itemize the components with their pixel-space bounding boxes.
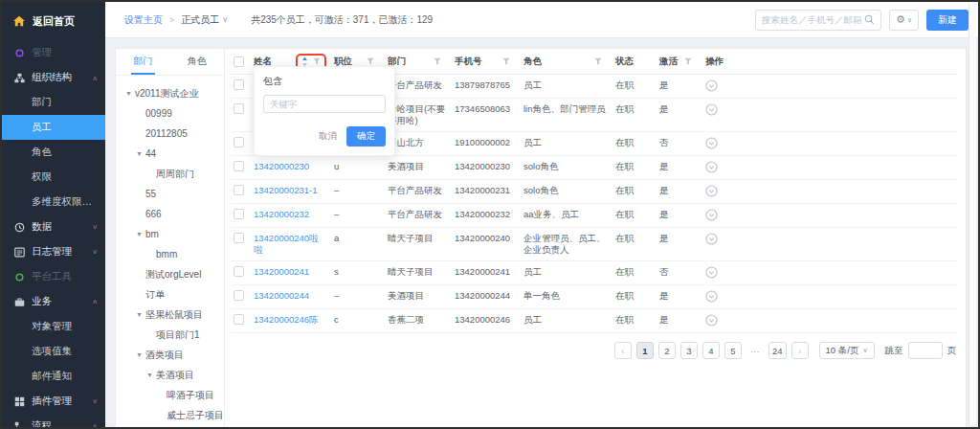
row-checkbox[interactable] — [234, 314, 244, 325]
tree-node[interactable]: 666 — [116, 204, 224, 224]
employee-name-link[interactable]: 13420000231-1 — [254, 185, 334, 196]
row-checkbox[interactable] — [234, 103, 244, 114]
tree-node[interactable]: ▼v2011测试企业 — [116, 83, 224, 103]
sidebar-item[interactable]: 平台工具 — [2, 264, 105, 289]
filter-icon[interactable] — [684, 57, 692, 65]
row-actions-button[interactable] — [705, 233, 958, 245]
row-checkbox[interactable] — [234, 209, 244, 219]
tree-node[interactable]: bmm — [116, 244, 224, 264]
tree-node[interactable]: ▼坚果松鼠项目 — [116, 305, 224, 325]
sidebar-item[interactable]: 员工 — [2, 115, 105, 140]
sidebar-item[interactable]: 管理 — [2, 40, 105, 65]
sidebar-item[interactable]: 对象管理 — [2, 314, 105, 339]
filter-icon[interactable] — [313, 57, 321, 65]
employee-name-link[interactable]: 13420000230 — [254, 161, 334, 172]
filter-icon[interactable] — [434, 57, 441, 65]
tree-node[interactable]: 威士忌子项目 — [116, 405, 224, 425]
tree-node[interactable]: 00999 — [116, 103, 224, 124]
row-actions-button[interactable] — [705, 314, 958, 327]
caret-down-icon[interactable]: ▼ — [136, 231, 145, 237]
sidebar-item[interactable]: 角色 — [2, 140, 105, 165]
caret-down-icon[interactable]: ▼ — [136, 311, 145, 318]
caret-down-icon[interactable]: ▼ — [136, 150, 145, 157]
caret-down-icon[interactable]: ▼ — [146, 372, 156, 378]
tree-node[interactable]: ▼bm — [116, 224, 224, 244]
filter-cancel-button[interactable]: 取消 — [319, 130, 337, 143]
tree-node[interactable]: ▼美酒项目 — [116, 365, 224, 385]
row-checkbox[interactable] — [234, 233, 244, 243]
filter-icon[interactable] — [594, 57, 602, 65]
page-button[interactable]: 4 — [702, 342, 720, 359]
page-button[interactable]: 1 — [636, 342, 654, 359]
employee-name-link[interactable]: 13420000240啦啦 — [254, 233, 334, 256]
breadcrumb-caret-icon[interactable]: ∨ — [222, 15, 228, 24]
row-actions-button[interactable] — [705, 137, 958, 149]
tree-tab[interactable]: 部门 — [116, 49, 170, 75]
row-checkbox[interactable] — [234, 185, 244, 195]
filter-keyword-input[interactable] — [263, 95, 386, 113]
row-actions-button[interactable] — [705, 266, 958, 279]
row-actions-button[interactable] — [705, 161, 958, 173]
row-actions-button[interactable] — [705, 79, 958, 92]
sidebar-item[interactable]: 多维度权限管理 — [2, 190, 105, 214]
page-button[interactable]: 3 — [680, 342, 698, 359]
row-actions-button[interactable] — [705, 209, 958, 221]
tree-node[interactable]: 啤酒子项目 — [116, 385, 224, 405]
tree-node[interactable]: 55 — [116, 184, 224, 204]
sidebar-item[interactable]: 权限 — [2, 165, 105, 190]
sidebar-home-link[interactable]: 返回首页 — [2, 2, 105, 40]
tree-node[interactable]: 项目部门1 — [116, 325, 224, 345]
filter-icon[interactable] — [367, 57, 374, 65]
filter-popup-footer: 取消 确定 — [263, 126, 386, 147]
sidebar-item[interactable]: 部门 — [2, 90, 105, 115]
jump-page-input[interactable] — [908, 342, 943, 359]
row-actions-button[interactable] — [705, 185, 958, 197]
prev-page-button[interactable]: ‹ — [614, 342, 632, 359]
search-input[interactable] — [762, 14, 864, 25]
sidebar-item[interactable]: 邮件通知 — [2, 364, 105, 389]
breadcrumb-current[interactable]: 正式员工 — [181, 13, 219, 27]
employee-name-link[interactable]: 13420000244 — [254, 290, 334, 302]
sidebar-item[interactable]: 流程∧ — [2, 414, 105, 429]
next-page-button[interactable]: › — [791, 342, 809, 359]
employee-name-link[interactable]: 13420000246陈 — [254, 314, 334, 326]
tree-node[interactable]: 20112805 — [116, 124, 224, 144]
scrollbar-track[interactable] — [969, 4, 976, 425]
tree-node[interactable]: ▼酒类项目 — [116, 345, 224, 365]
row-checkbox[interactable] — [234, 137, 244, 147]
page-button[interactable]: 24 — [768, 342, 787, 359]
tree-node[interactable]: 周周部门 — [116, 164, 224, 184]
page-size-select[interactable]: 10 条/页∨ — [819, 342, 875, 359]
settings-dropdown-button[interactable]: ⚙∨ — [889, 10, 919, 31]
sidebar-item[interactable]: 组织结构∧ — [2, 65, 105, 90]
tree-node[interactable]: 测试orgLevel — [116, 264, 224, 284]
search-icon[interactable] — [864, 14, 875, 25]
breadcrumb-link[interactable]: 设置主页 — [124, 13, 163, 27]
page-button[interactable]: 5 — [724, 342, 742, 359]
row-checkbox[interactable] — [234, 79, 244, 90]
sort-icon[interactable] — [301, 56, 308, 67]
employee-name-link[interactable]: 13420000241 — [254, 266, 334, 278]
select-all-checkbox[interactable] — [234, 56, 244, 67]
filter-icon[interactable] — [502, 57, 510, 65]
filter-confirm-button[interactable]: 确定 — [346, 126, 386, 147]
page-button[interactable]: 2 — [658, 342, 676, 359]
row-checkbox[interactable] — [234, 161, 244, 171]
sidebar-item[interactable]: 业务∧ — [2, 289, 105, 314]
new-button[interactable]: 新建 — [926, 10, 969, 31]
sidebar-item[interactable]: 插件管理∨ — [2, 389, 105, 414]
tree-node[interactable]: ▼品牌酒项目 — [116, 425, 224, 427]
row-checkbox[interactable] — [234, 290, 244, 301]
row-actions-button[interactable] — [705, 103, 958, 116]
caret-down-icon[interactable]: ▼ — [125, 90, 135, 97]
caret-down-icon[interactable]: ▼ — [136, 351, 145, 358]
row-actions-button[interactable] — [705, 290, 958, 303]
tree-tab[interactable]: 角色 — [170, 49, 225, 75]
row-checkbox[interactable] — [234, 266, 244, 277]
sidebar-item[interactable]: 数据∨ — [2, 214, 105, 239]
employee-name-link[interactable]: 13420000232 — [254, 209, 334, 220]
sidebar-item[interactable]: 日志管理∨ — [2, 239, 105, 264]
tree-node[interactable]: ▼44 — [116, 144, 224, 164]
sidebar-item[interactable]: 选项值集 — [2, 339, 105, 364]
tree-node[interactable]: 订单 — [116, 284, 224, 305]
